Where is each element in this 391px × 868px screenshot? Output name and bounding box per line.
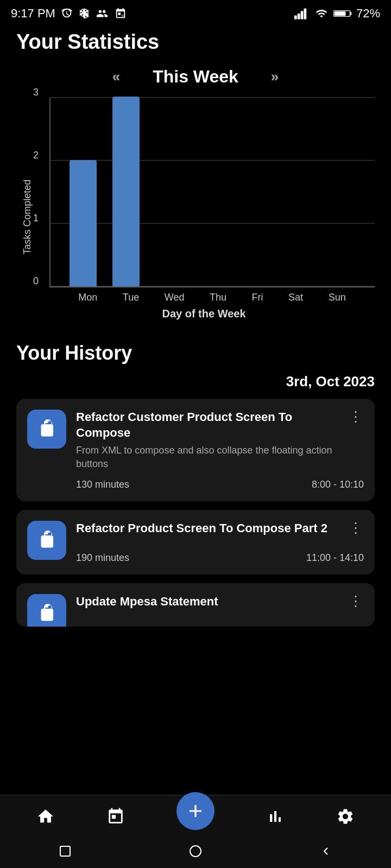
nav-home[interactable] (36, 807, 55, 826)
task-card-3: Update Mpesa Statement ⋮ (16, 583, 375, 627)
people-icon (96, 8, 109, 20)
plus-icon (185, 801, 206, 821)
task-header-3: Update Mpesa Statement ⋮ (76, 594, 364, 610)
task-duration-1: 130 minutes (76, 479, 129, 490)
x-axis-title: Day of the Week (33, 308, 375, 320)
task-body-1: Refactor Customer Product Screen To Comp… (76, 410, 364, 490)
prev-week-button[interactable]: « (112, 68, 120, 85)
system-bar (0, 838, 391, 868)
task-body-3: Update Mpesa Statement ⋮ (76, 594, 364, 610)
android-back-btn[interactable] (318, 843, 334, 859)
android-square-btn[interactable] (57, 843, 73, 859)
bars-row (51, 98, 375, 286)
alarm-icon (61, 8, 73, 20)
calendar-icon (106, 807, 125, 826)
task-footer-1: 130 minutes 8:00 - 10:10 (76, 479, 364, 490)
task-time-2: 11:00 - 14:10 (306, 552, 364, 564)
task-title-1: Refactor Customer Product Screen To Comp… (76, 410, 343, 441)
briefcase-icon-1 (37, 419, 56, 439)
task-title-2: Refactor Product Screen To Compose Part … (76, 521, 343, 537)
task-duration-2: 190 minutes (76, 552, 129, 564)
briefcase-icon-2 (37, 531, 56, 550)
bottom-nav (0, 795, 391, 868)
svg-point-9 (190, 846, 201, 857)
nav-calendar[interactable] (106, 807, 125, 826)
day-wed: Wed (165, 292, 185, 303)
svg-rect-1 (294, 16, 297, 20)
chart-icon (266, 807, 285, 826)
signal-icon (294, 8, 310, 20)
y-axis-label: Tasks Completed (16, 98, 33, 336)
task-menu-1[interactable]: ⋮ (349, 410, 364, 424)
status-right: 72% (294, 7, 380, 21)
nav-add-button[interactable] (176, 792, 215, 830)
snowflake-icon (78, 8, 90, 20)
day-tue: Tue (123, 292, 139, 303)
task-menu-3[interactable]: ⋮ (349, 594, 364, 608)
day-fri: Fri (252, 292, 263, 303)
task-time-1: 8:00 - 10:10 (312, 479, 364, 490)
briefcase-icon-3 (37, 604, 56, 623)
battery-icon (333, 8, 352, 20)
nav-stats[interactable] (266, 807, 285, 826)
task-footer-2: 190 minutes 11:00 - 14:10 (76, 552, 364, 564)
task-icon-2 (27, 521, 66, 560)
svg-text:31: 31 (121, 14, 125, 18)
svg-rect-3 (301, 11, 304, 19)
square-icon (59, 845, 72, 858)
week-label: This Week (153, 67, 238, 87)
bar-tue (105, 97, 148, 286)
history-date: 3rd, Oct 2023 (16, 373, 375, 390)
day-sat: Sat (288, 292, 303, 303)
history-section-title: Your History (16, 342, 375, 365)
page-title: Your Statistics (16, 30, 375, 54)
status-time: 9:17 PM (11, 7, 55, 21)
chart-grid: 3 2 1 0 (49, 98, 375, 288)
day-thu: Thu (210, 292, 226, 303)
day-mon: Mon (78, 292, 97, 303)
battery-percent: 72% (356, 7, 380, 21)
task-header-1: Refactor Customer Product Screen To Comp… (76, 410, 364, 441)
task-menu-2[interactable]: ⋮ (349, 521, 364, 535)
svg-rect-7 (335, 11, 345, 16)
x-axis-labels: Mon Tue Wed Thu Fri Sat Sun (33, 288, 375, 303)
circle-icon (188, 844, 203, 859)
task-card-1: Refactor Customer Product Screen To Comp… (16, 399, 375, 501)
gear-icon (336, 807, 355, 826)
status-bar: 9:17 PM 31 72% (0, 0, 391, 25)
bar-mon (61, 160, 105, 286)
task-card-2: Refactor Product Screen To Compose Part … (16, 510, 375, 575)
nav-items (0, 795, 391, 838)
android-home-btn[interactable] (187, 843, 204, 859)
svg-rect-6 (350, 12, 352, 15)
next-week-button[interactable]: » (271, 68, 279, 85)
svg-rect-2 (298, 14, 300, 20)
wifi-icon (314, 8, 329, 20)
task-desc-1: From XML to compose and also collapse th… (76, 444, 364, 471)
chart-area: 3 2 1 0 (33, 98, 375, 336)
chart-container: Tasks Completed 3 2 1 0 (16, 98, 375, 336)
task-header-2: Refactor Product Screen To Compose Part … (76, 521, 364, 537)
status-left: 9:17 PM 31 (11, 7, 127, 21)
task-icon-3 (27, 594, 66, 627)
task-body-2: Refactor Product Screen To Compose Part … (76, 521, 364, 564)
task-icon-1 (27, 410, 66, 449)
notification-calendar-icon: 31 (114, 8, 127, 20)
svg-rect-8 (60, 846, 70, 856)
main-content: Your Statistics « This Week » Tasks Comp… (0, 25, 391, 627)
nav-settings[interactable] (336, 807, 355, 826)
task-title-3: Update Mpesa Statement (76, 594, 343, 610)
day-sun: Sun (329, 292, 346, 303)
svg-rect-4 (304, 9, 306, 20)
back-icon (319, 845, 332, 858)
week-navigation: « This Week » (16, 67, 375, 87)
home-icon (36, 807, 55, 826)
